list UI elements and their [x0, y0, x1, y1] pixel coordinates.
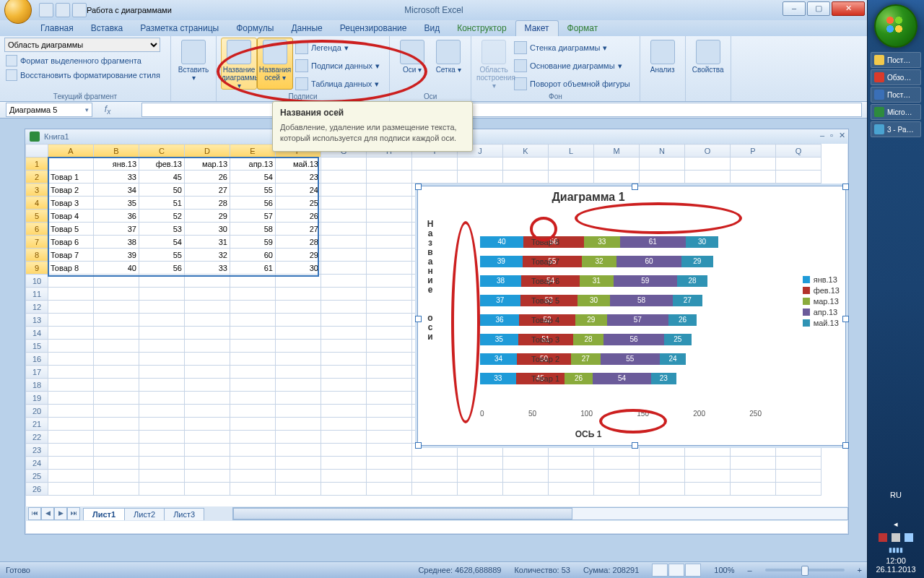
taskbar-item[interactable]: Micro…: [871, 104, 921, 120]
qat-undo-icon[interactable]: [56, 3, 70, 17]
plot-area-button[interactable]: Область построения ▾: [476, 38, 512, 90]
tab-Данные[interactable]: Данные: [282, 21, 331, 36]
row-header[interactable]: 23: [26, 444, 48, 457]
cell[interactable]: [321, 288, 367, 301]
maximize-button[interactable]: ▢: [807, 1, 830, 16]
row-header[interactable]: 5: [26, 210, 48, 223]
scrollbar-thumb[interactable]: [233, 508, 572, 519]
axes-button[interactable]: Оси ▾: [394, 38, 430, 90]
chart-wall-button[interactable]: Стенка диаграммы ▾: [512, 39, 635, 56]
cell[interactable]: [412, 483, 458, 496]
cell[interactable]: [594, 158, 640, 171]
cell[interactable]: [367, 444, 412, 457]
cell[interactable]: [185, 444, 230, 457]
col-header[interactable]: B: [94, 144, 139, 158]
cell[interactable]: [321, 158, 367, 171]
bar-row[interactable]: 3652295726: [480, 314, 697, 326]
bar-segment[interactable]: 38: [480, 275, 521, 287]
cell[interactable]: [367, 314, 412, 327]
cell[interactable]: [276, 327, 321, 340]
bar-segment[interactable]: 40: [480, 236, 523, 248]
cell[interactable]: [367, 236, 412, 249]
cell[interactable]: [94, 431, 139, 444]
qat-redo-icon[interactable]: [72, 3, 87, 17]
reset-style-button[interactable]: Восстановить форматирование стиля: [4, 68, 166, 82]
cell[interactable]: [185, 392, 230, 405]
cell[interactable]: 26: [185, 171, 230, 184]
taskbar-item[interactable]: 3 - Pa…: [871, 121, 921, 137]
bar-segment[interactable]: 32: [582, 256, 616, 267]
cell[interactable]: [185, 275, 230, 288]
cell[interactable]: [230, 314, 276, 327]
cell[interactable]: [48, 418, 94, 431]
cell[interactable]: [276, 288, 321, 301]
cell[interactable]: [48, 288, 94, 301]
cell[interactable]: [412, 457, 458, 470]
cell[interactable]: 54: [230, 171, 276, 184]
cell[interactable]: [94, 366, 139, 379]
y-axis-title[interactable]: Названиеоси: [425, 220, 435, 342]
cell[interactable]: [776, 470, 821, 483]
cell[interactable]: [276, 470, 321, 483]
resize-handle[interactable]: [632, 184, 638, 190]
cell[interactable]: 25: [276, 197, 321, 210]
cell[interactable]: 36: [94, 210, 139, 223]
legend-item[interactable]: янв.13: [803, 275, 840, 284]
bar-row[interactable]: 3854315928: [480, 275, 707, 287]
bar-segment[interactable]: 37: [480, 295, 520, 306]
cell[interactable]: Товар 8: [48, 262, 94, 275]
cell[interactable]: [685, 158, 731, 171]
sheet-nav-next-icon[interactable]: ▶: [54, 507, 67, 520]
row-header[interactable]: 22: [26, 431, 48, 444]
cell[interactable]: 27: [276, 223, 321, 236]
cell[interactable]: [367, 366, 412, 379]
cell[interactable]: [139, 418, 185, 431]
bar-segment[interactable]: 39: [480, 256, 523, 267]
taskbar-item[interactable]: Пост…: [871, 52, 921, 68]
zoom-in-button[interactable]: +: [858, 566, 862, 574]
bar-segment[interactable]: 60: [616, 256, 681, 267]
cell[interactable]: [503, 470, 549, 483]
sheet-nav-last-icon[interactable]: ⏭: [67, 507, 80, 520]
cell[interactable]: [321, 353, 367, 366]
cell[interactable]: 56: [230, 197, 276, 210]
resize-handle[interactable]: [415, 184, 422, 190]
cell[interactable]: [321, 210, 367, 223]
cell[interactable]: [139, 405, 185, 418]
cell[interactable]: [321, 418, 367, 431]
cell[interactable]: [367, 418, 412, 431]
row-header[interactable]: 1: [26, 158, 48, 171]
cell[interactable]: Товар 6: [48, 236, 94, 249]
col-header[interactable]: M: [594, 144, 640, 158]
cell[interactable]: [139, 379, 185, 392]
bar-segment[interactable]: 27: [571, 353, 601, 365]
tab-Формулы[interactable]: Формулы: [227, 21, 282, 36]
cell[interactable]: [48, 431, 94, 444]
format-selection-button[interactable]: Формат выделенного фрагмента: [4, 53, 166, 68]
cell[interactable]: 45: [139, 171, 185, 184]
cell[interactable]: [367, 158, 412, 171]
view-normal-icon[interactable]: [652, 564, 668, 577]
wb-maximize-icon[interactable]: ▫: [830, 131, 833, 140]
bar-segment[interactable]: 23: [651, 373, 676, 384]
cell[interactable]: 37: [94, 223, 139, 236]
cell[interactable]: [321, 483, 367, 496]
bar-segment[interactable]: 30: [578, 295, 610, 306]
horizontal-scrollbar[interactable]: [232, 507, 848, 520]
cell[interactable]: 29: [276, 249, 321, 262]
cell[interactable]: [321, 405, 367, 418]
cell[interactable]: [731, 470, 776, 483]
cell[interactable]: [367, 457, 412, 470]
cell[interactable]: [139, 392, 185, 405]
cell[interactable]: [367, 197, 412, 210]
cell[interactable]: [594, 470, 640, 483]
cell[interactable]: [685, 171, 731, 184]
cell[interactable]: 38: [94, 236, 139, 249]
cell[interactable]: [185, 288, 230, 301]
cell[interactable]: [321, 249, 367, 262]
col-header[interactable]: E: [230, 144, 276, 158]
cell[interactable]: [276, 392, 321, 405]
cell[interactable]: [367, 353, 412, 366]
cell[interactable]: [139, 301, 185, 314]
resize-handle[interactable]: [842, 442, 849, 449]
